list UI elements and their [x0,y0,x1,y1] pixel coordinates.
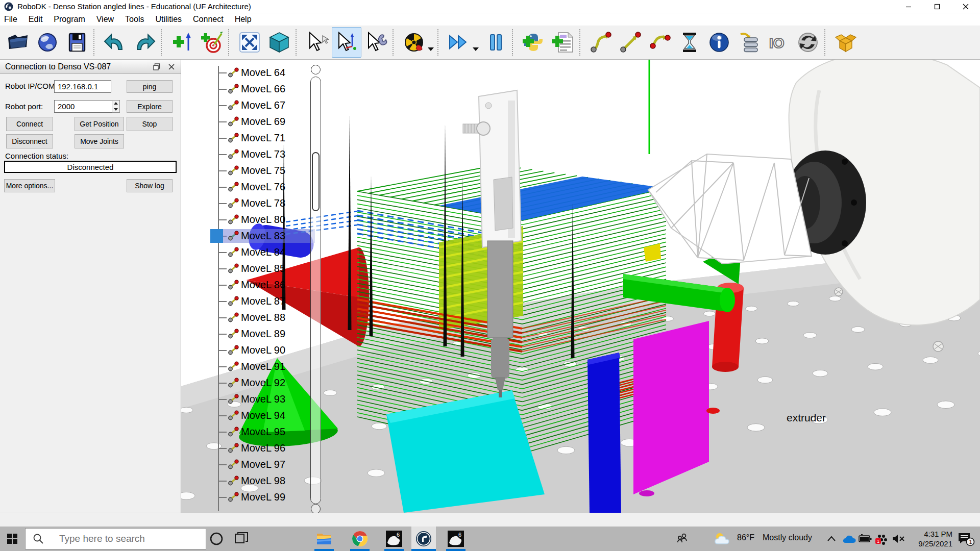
port-input[interactable] [54,100,112,113]
tree-item[interactable]: MoveL 69 [210,114,320,130]
clock-date[interactable]: 9/25/2021 [906,539,952,548]
menu-help[interactable]: Help [235,15,258,24]
tree-item[interactable]: MoveL 73 [210,146,320,163]
tree-item[interactable]: MoveL 99 [210,489,320,506]
weather-icon[interactable] [714,532,731,546]
get-position-button[interactable]: Get Position [75,117,124,131]
export-simulation-button[interactable] [831,27,861,58]
tree-item[interactable]: MoveL 64 [210,65,320,81]
onedrive-icon[interactable] [842,534,856,544]
cortana-icon[interactable] [209,532,224,546]
move-reference-cursor-button[interactable] [332,27,361,58]
set-instruction-button[interactable] [734,27,764,58]
select-cursor-button[interactable] [302,27,332,58]
tray-chevron-icon[interactable] [827,535,836,542]
isometric-view-button[interactable] [264,27,294,58]
open-file-button[interactable] [3,27,33,58]
tree-item[interactable]: MoveL 98 [210,473,320,489]
add-program-button[interactable] [548,27,578,58]
search-input[interactable] [59,529,202,549]
weather-temp[interactable]: 86°F [737,533,754,542]
tree-item[interactable]: MoveL 84 [210,244,320,261]
tree-scrollbar-thumb[interactable] [312,152,320,211]
close-button[interactable] [951,0,980,13]
battery-icon[interactable] [859,534,872,543]
tree-item[interactable]: MoveL 76 [210,179,320,195]
explore-button[interactable]: Explore [127,100,173,113]
tree-scrollbar-track[interactable] [310,77,321,504]
rhino6-icon-2[interactable]: 6 [448,531,464,547]
float-panel-icon[interactable] [153,63,160,70]
volume-muted-icon[interactable] [892,534,905,544]
panel-close-icon[interactable] [168,64,175,70]
add-target-button[interactable] [197,27,227,58]
disconnect-button[interactable]: Disconnect [6,134,53,148]
tree-item[interactable]: MoveL 97 [210,457,320,473]
collision-dropdown-caret[interactable] [428,47,434,51]
tree-item[interactable]: MoveL 87 [210,293,320,310]
tree-item[interactable]: MoveL 85 [210,261,320,277]
tree-item[interactable]: MoveL 86 [210,277,320,293]
port-spinner[interactable] [112,100,120,113]
move-circular-button[interactable] [645,27,675,58]
start-button[interactable] [7,534,17,544]
fit-to-screen-button[interactable] [235,27,264,58]
tree-item[interactable]: MoveL 96 [210,440,320,457]
clock-time[interactable]: 4:31 PM [906,530,952,538]
menu-program[interactable]: Program [54,15,91,24]
notification-center-icon[interactable]: 1 [958,532,975,546]
maximize-button[interactable] [923,0,951,13]
ip-input[interactable] [54,80,111,93]
tree-item[interactable]: MoveL 94 [210,408,320,424]
tray-app-badge-icon[interactable]: 1 [875,533,888,546]
pause-simulation-button[interactable] [481,27,510,58]
fast-simulation-button[interactable] [444,27,474,58]
undo-button[interactable] [100,27,130,58]
tree-item[interactable]: MoveL 88 [210,310,320,326]
tree-item-selected[interactable]: MoveL 83 [210,228,320,244]
chrome-icon[interactable] [352,531,368,547]
tree-item[interactable]: MoveL 93 [210,391,320,408]
tree-item[interactable]: MoveL 90 [210,342,320,359]
tree-item[interactable]: MoveL 89 [210,326,320,342]
redo-button[interactable] [130,27,159,58]
tree-item[interactable]: MoveL 66 [210,81,320,97]
tree-item[interactable]: MoveL 78 [210,195,320,212]
rhino6-icon[interactable]: 6 [386,531,402,547]
menu-view[interactable]: View [96,15,120,24]
file-explorer-icon[interactable] [316,531,332,547]
more-options-button[interactable]: More options... [4,179,55,192]
move-joints-button[interactable]: Move Joints [75,134,124,148]
tree-scroll-top-knob[interactable] [311,65,321,74]
move-tool-cursor-button[interactable] [361,27,391,58]
stop-button[interactable]: Stop [127,117,173,131]
connection-panel-titlebar[interactable]: Connection to Denso VS-087 [0,60,181,74]
move-joint-button[interactable] [586,27,616,58]
show-message-button[interactable] [704,27,734,58]
update-program-button[interactable] [793,27,823,58]
task-view-icon[interactable] [235,532,248,545]
menu-file[interactable]: File [4,15,24,24]
show-log-button[interactable]: Show log [127,179,173,192]
menu-edit[interactable]: Edit [29,15,50,24]
minimize-button[interactable] [894,0,923,13]
tree-item[interactable]: MoveL 67 [210,97,320,114]
menu-connect[interactable]: Connect [193,15,230,24]
save-station-button[interactable] [62,27,92,58]
add-python-script-button[interactable] [519,27,548,58]
move-linear-button[interactable] [616,27,645,58]
pause-instruction-button[interactable] [675,27,704,58]
tree-item[interactable]: MoveL 95 [210,424,320,440]
io-instruction-button[interactable]: IO [764,27,793,58]
ping-button[interactable]: ping [127,80,173,93]
taskbar-search[interactable] [25,528,206,549]
menu-tools[interactable]: Tools [125,15,151,24]
tree-item[interactable]: MoveL 75 [210,163,320,179]
tree-item[interactable]: MoveL 92 [210,375,320,391]
robodk-taskbar-icon[interactable] [415,531,432,547]
simulation-speed-caret[interactable] [473,47,479,51]
menu-utilities[interactable]: Utilities [155,15,188,24]
tree-item[interactable]: MoveL 71 [210,130,320,146]
weather-desc[interactable]: Mostly cloudy [763,533,812,542]
connect-button[interactable]: Connect [6,117,53,131]
